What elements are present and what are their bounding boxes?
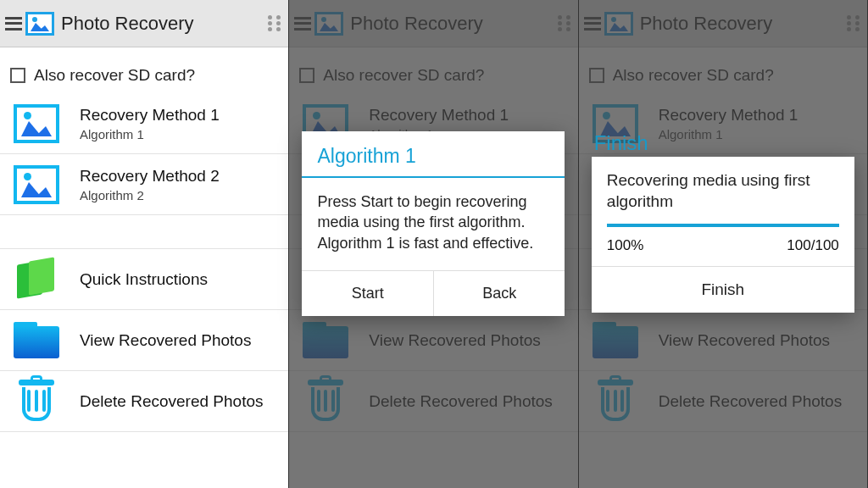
screen-main: Photo Recovery Also recover SD card? Rec… xyxy=(0,0,289,488)
book-icon xyxy=(17,259,56,300)
dialog-body: Press Start to begin recovering media us… xyxy=(302,186,565,270)
dialog-title: Algorithm 1 xyxy=(302,131,565,176)
sd-card-row[interactable]: Also recover SD card? xyxy=(0,47,288,93)
progress-count: 100/100 xyxy=(787,237,838,254)
view-label: View Recovered Photos xyxy=(80,331,251,350)
method-1-title: Recovery Method 1 xyxy=(80,106,220,125)
finish-heading: Finish xyxy=(594,131,648,155)
overflow-icon[interactable] xyxy=(268,15,283,31)
screen-dialog-progress: Photo Recovery Also recover SD card? Rec… xyxy=(579,0,868,488)
method-1-sub: Algorithm 1 xyxy=(80,127,220,141)
app-title: Photo Recovery xyxy=(61,13,268,35)
finish-button[interactable]: Finish xyxy=(592,266,854,313)
modal-overlay: Finish Recovering media using first algo… xyxy=(579,0,867,488)
dialog-divider xyxy=(302,176,565,178)
progress-body: Recovering media using first algorithm xyxy=(592,157,854,219)
quick-label: Quick Instructions xyxy=(80,270,208,289)
sd-label: Also recover SD card? xyxy=(34,66,195,85)
menu-icon[interactable] xyxy=(5,17,22,30)
method-2-sub: Algorithm 2 xyxy=(80,188,220,202)
method-2-title: Recovery Method 2 xyxy=(80,167,220,186)
screen-dialog-start: Photo Recovery Also recover SD card? Rec… xyxy=(289,0,578,488)
trash-icon xyxy=(17,380,56,424)
algorithm-dialog: Algorithm 1 Press Start to begin recover… xyxy=(302,131,565,316)
quick-instructions-row[interactable]: Quick Instructions xyxy=(0,249,288,310)
progress-bar xyxy=(592,219,854,230)
folder-icon xyxy=(14,322,59,359)
method-1-row[interactable]: Recovery Method 1 Algorithm 1 xyxy=(0,93,288,154)
view-recovered-row[interactable]: View Recovered Photos xyxy=(0,310,288,371)
modal-overlay: Algorithm 1 Press Start to begin recover… xyxy=(289,0,577,488)
divider xyxy=(0,215,288,249)
sd-checkbox[interactable] xyxy=(10,68,25,83)
delete-label: Delete Recovered Photos xyxy=(80,392,264,411)
start-button[interactable]: Start xyxy=(302,271,433,316)
progress-percent: 100% xyxy=(607,237,643,254)
app-logo-icon xyxy=(25,12,54,36)
photo-icon xyxy=(14,165,59,204)
app-bar: Photo Recovery xyxy=(0,0,288,47)
progress-dialog: Recovering media using first algorithm 1… xyxy=(592,157,854,313)
delete-recovered-row[interactable]: Delete Recovered Photos xyxy=(0,371,288,432)
back-button[interactable]: Back xyxy=(433,271,565,316)
photo-icon xyxy=(14,104,59,143)
method-2-row[interactable]: Recovery Method 2 Algorithm 2 xyxy=(0,154,288,215)
